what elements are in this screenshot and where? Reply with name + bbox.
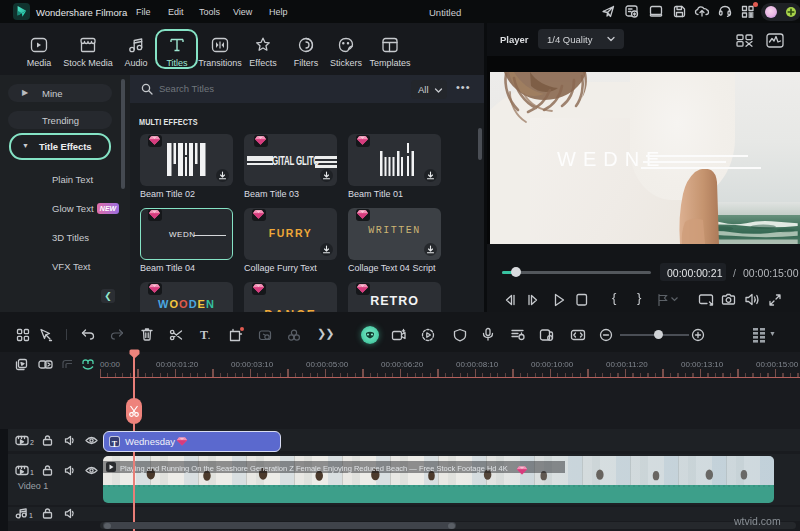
svg-text:2: 2 [30,439,34,446]
svg-text:1: 1 [30,469,34,476]
svg-text:1: 1 [29,512,33,519]
